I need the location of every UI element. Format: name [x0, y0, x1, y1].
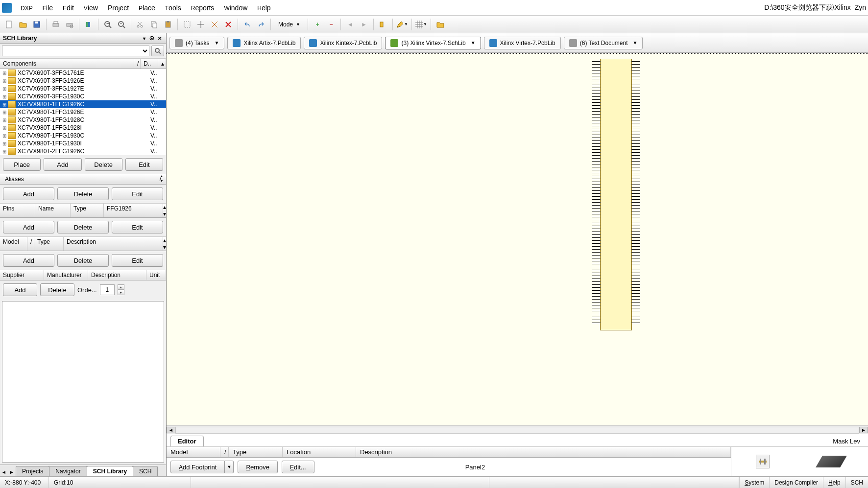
paste-icon[interactable] [162, 18, 174, 31]
alias-add-button[interactable]: Add [3, 187, 54, 200]
status-system-button[interactable]: System [739, 477, 769, 488]
model-add-button[interactable]: Add [3, 254, 54, 267]
menu-dxp[interactable]: DXP [16, 2, 38, 14]
menu-view[interactable]: View [79, 2, 103, 14]
spinner-down-icon[interactable]: ▾ [118, 290, 124, 295]
save-icon[interactable] [30, 18, 43, 31]
status-design-compiler-button[interactable]: Design Compiler [769, 477, 823, 488]
panel-close-icon[interactable]: ✕ [156, 35, 163, 42]
tab-sch[interactable]: SCH [133, 466, 158, 476]
schematic-canvas[interactable] [167, 53, 868, 425]
components-col-header[interactable]: Components [0, 59, 134, 69]
expand-icon[interactable]: ⊞ [1, 110, 8, 115]
pins-header[interactable]: Pins Name Type FFG1926 ▴▾ [0, 203, 166, 218]
scroll-down-icon[interactable]: ▾ [163, 210, 166, 217]
next-icon[interactable]: ► [358, 18, 370, 31]
menu-help[interactable]: Help [252, 2, 275, 14]
supplier-delete-button[interactable]: Delete [40, 283, 74, 296]
panel-pin-icon[interactable]: ⦿ [148, 35, 155, 42]
select-rect-icon[interactable] [181, 18, 193, 31]
print-icon[interactable] [49, 18, 62, 31]
edit-button[interactable]: Edit [125, 158, 163, 171]
document-tab[interactable]: Xilinx Virtex-7.PcbLib [484, 37, 561, 49]
expand-icon[interactable]: ⊞ [1, 78, 8, 84]
menu-edit[interactable]: Edit [58, 2, 79, 14]
copy-icon[interactable] [148, 18, 161, 31]
footprint-thumb-icon[interactable] [756, 455, 770, 468]
supplier-add-button[interactable]: Add [3, 283, 37, 296]
tab-projects[interactable]: Projects [16, 466, 49, 476]
alias-edit-button[interactable]: Edit [112, 187, 163, 200]
menu-window[interactable]: Window [219, 2, 252, 14]
model-delete-button[interactable]: Delete [57, 254, 109, 267]
component-row[interactable]: ⊞XC7VX980T-1FFG1930CV.. [0, 132, 166, 139]
menu-file[interactable]: File [38, 2, 58, 14]
document-tab[interactable]: (3) Xilinx Virtex-7.SchLib▼ [385, 37, 481, 49]
model-edit-button[interactable]: Edit [112, 254, 163, 267]
expand-icon[interactable]: ⊞ [1, 102, 8, 107]
spinner-up-icon[interactable]: ▴ [118, 284, 124, 290]
expand-icon[interactable]: ⊞ [1, 125, 8, 131]
cut-icon[interactable] [134, 18, 147, 31]
print-preview-icon[interactable] [63, 18, 76, 31]
expand-icon[interactable]: ⊞ [1, 149, 8, 154]
edit-draw-icon[interactable]: ▼ [396, 18, 409, 31]
tab-navigator[interactable]: Navigator [49, 466, 87, 476]
component-row[interactable]: ⊞XC7VX980T-1FFG1928CV.. [0, 116, 166, 124]
add-part-icon[interactable]: + [311, 18, 324, 31]
document-tab[interactable]: (6) Text Document▼ [564, 37, 643, 49]
component-row[interactable]: ⊞XC7VX980T-1FFG1930IV.. [0, 139, 166, 147]
scroll-left-icon[interactable]: ◄ [167, 427, 175, 433]
zoom-in-icon[interactable]: + [101, 18, 114, 31]
editor-tab[interactable]: Editor [170, 436, 204, 446]
components-list[interactable]: ⊞XC7VX690T-3FFG1761EV..⊞XC7VX690T-3FFG19… [0, 69, 166, 155]
aliases-header[interactable]: Aliases / ▴▾ [0, 174, 166, 185]
model-header[interactable]: Model / Type Description ▴▾ [0, 236, 166, 251]
add-footprint-button[interactable]: Add Footprint▼ [170, 461, 234, 473]
panel-dropdown-icon[interactable]: ▾ [141, 35, 147, 42]
component-row[interactable]: ⊞XC7VX980T-1FFG1928IV.. [0, 124, 166, 132]
folder-icon[interactable] [434, 18, 447, 31]
component-row[interactable]: ⊞XC7VX690T-3FFG1930CV.. [0, 93, 166, 100]
tab-sch-library[interactable]: SCH Library [87, 466, 133, 476]
expand-icon[interactable]: ⊞ [1, 86, 8, 92]
scroll-right-icon[interactable]: ► [859, 427, 868, 433]
mode-dropdown[interactable]: Mode ▼ [274, 20, 305, 29]
place-button[interactable]: Place [3, 158, 41, 171]
component-row[interactable]: ⊞XC7VX690T-3FFG1927EV.. [0, 85, 166, 93]
document-tab[interactable]: Xilinx Artix-7.PcbLib [227, 37, 301, 49]
place-pin-icon[interactable] [377, 18, 389, 31]
pins-edit-button[interactable]: Edit [112, 221, 163, 233]
component-row[interactable]: ⊞XC7VX690T-3FFG1926EV.. [0, 77, 166, 85]
status-sch-button[interactable]: SCH [845, 477, 868, 488]
document-tab[interactable]: (4) Tasks▼ [169, 37, 224, 49]
menu-tools[interactable]: Tools [160, 2, 186, 14]
open-folder-icon[interactable] [17, 18, 29, 31]
prev-icon[interactable]: ◄ [344, 18, 357, 31]
components-list-header[interactable]: Components / D.. ▴ [0, 59, 166, 69]
search-button[interactable] [151, 46, 164, 56]
scroll-up-icon[interactable]: ▴ [163, 204, 166, 210]
horizontal-scrollbar[interactable]: ◄ ► [167, 425, 868, 434]
remove-part-icon[interactable]: − [325, 18, 338, 31]
status-help-button[interactable]: Help [823, 477, 845, 488]
desc-col-header[interactable]: D.. [141, 59, 158, 69]
mask-level-label[interactable]: Mask Lev [829, 436, 864, 446]
menu-reports[interactable]: Reports [186, 2, 219, 14]
tab-nav-left-icon[interactable]: ◄ [0, 468, 8, 476]
expand-icon[interactable]: ⊞ [1, 70, 8, 76]
expand-icon[interactable]: ⊞ [1, 133, 8, 139]
zoom-out-icon[interactable]: - [115, 18, 128, 31]
mirror-icon[interactable] [208, 18, 221, 31]
component-row[interactable]: ⊞XC7VX980T-1FFG1926EV.. [0, 108, 166, 116]
pins-add-button[interactable]: Add [3, 221, 54, 233]
undo-icon[interactable] [241, 18, 254, 31]
grid-icon[interactable]: ▼ [415, 18, 428, 31]
order-qty-input[interactable] [100, 284, 115, 295]
library-icon[interactable] [82, 18, 95, 31]
menu-project[interactable]: Project [103, 2, 134, 14]
scroll-down-icon[interactable]: ▾ [163, 244, 166, 251]
chevron-down-icon[interactable]: ▼ [471, 40, 476, 46]
document-tab[interactable]: Xilinx Kintex-7.PcbLib [304, 37, 382, 49]
component-row[interactable]: ⊞XC7VX980T-1FFG1926CV.. [0, 100, 166, 108]
